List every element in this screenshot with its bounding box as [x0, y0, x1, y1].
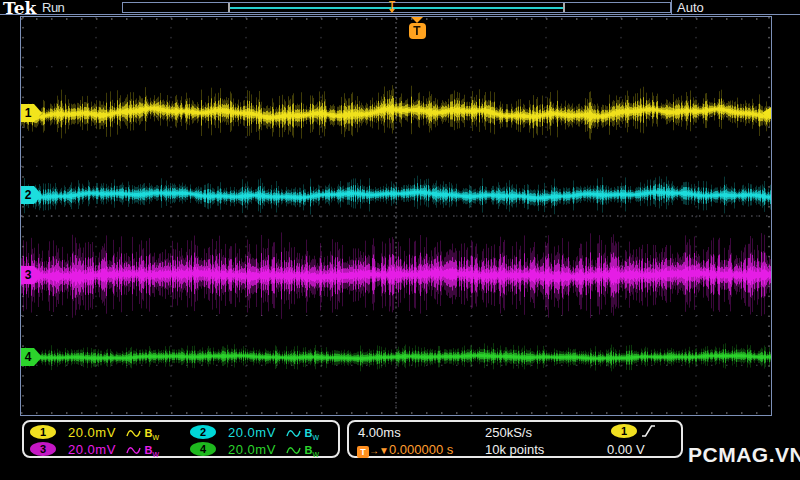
- channel-readout-box: 120.0mV Bw 220.0mV Bw 320.0mV Bw 420.0mV…: [22, 420, 340, 458]
- channel-1-scale: 20.0mV: [68, 425, 116, 440]
- down-marker-icon: ▼: [379, 445, 389, 456]
- run-status: Run: [42, 0, 64, 15]
- channel-4-coupling: Bw: [286, 442, 319, 459]
- channel-4-readout[interactable]: 420.0mV Bw: [190, 442, 319, 457]
- channel-4-scale: 20.0mV: [228, 442, 276, 457]
- channel-4-badge: 4: [190, 442, 216, 456]
- channel-2-scale: 20.0mV: [228, 425, 276, 440]
- trigger-t-icon: T: [409, 23, 426, 39]
- trigger-level-value[interactable]: 0.00 V: [607, 442, 645, 457]
- topbar-divider: [671, 0, 672, 14]
- rising-edge-icon: [641, 424, 656, 439]
- trigger-position-readout[interactable]: T→▼0.000000 s: [357, 442, 453, 457]
- channel-3-scale: 20.0mV: [68, 442, 116, 457]
- trigger-source-badge: 1: [611, 424, 637, 438]
- channel-3-badge: 3: [30, 442, 56, 456]
- top-status-bar: Tek Run T Auto: [0, 0, 800, 15]
- sine-wave-icon: [126, 429, 141, 438]
- trigger-t-icon: T: [357, 446, 369, 458]
- waveform-canvas: [21, 17, 771, 415]
- oscilloscope-screen: Tek Run T Auto T 1 2 3 4 120.0mV B: [0, 0, 800, 480]
- channel-3-coupling: Bw: [126, 442, 159, 459]
- trigger-level-arrow[interactable]: [762, 107, 771, 119]
- horizontal-trigger-readout-box: 4.00ms 250kS/s 1 T→▼0.000000 s 10k point…: [347, 420, 683, 458]
- trigger-mode-label[interactable]: Auto: [677, 0, 704, 15]
- arrow-right-icon: →: [369, 445, 379, 456]
- channel-1-badge: 1: [30, 425, 56, 439]
- watermark: PCMAG.VN: [688, 443, 800, 467]
- channel-2-readout[interactable]: 220.0mV Bw: [190, 425, 319, 440]
- timebase-scale[interactable]: 4.00ms: [358, 425, 401, 440]
- sine-wave-icon: [126, 446, 141, 455]
- trigger-time-value: 0.000000 s: [389, 442, 453, 457]
- sample-rate: 250kS/s: [485, 425, 532, 440]
- acquisition-window-right-bracket: [563, 3, 565, 12]
- channel-1-coupling: Bw: [126, 425, 159, 442]
- sine-wave-icon: [286, 446, 301, 455]
- trigger-source-readout[interactable]: 1: [611, 424, 656, 439]
- channel-2-badge: 2: [190, 425, 216, 439]
- acquisition-preview-bar[interactable]: T: [122, 2, 671, 13]
- record-length: 10k points: [485, 442, 544, 457]
- trigger-position-indicator[interactable]: T: [396, 17, 438, 39]
- sine-wave-icon: [286, 429, 301, 438]
- trigger-position-marker-minibar[interactable]: T: [386, 1, 398, 13]
- channel-1-readout[interactable]: 120.0mV Bw: [30, 425, 159, 440]
- graticule-display-area: T 1 2 3 4: [20, 16, 772, 416]
- channel-3-readout[interactable]: 320.0mV Bw: [30, 442, 159, 457]
- acquisition-window-left-bracket: [228, 3, 230, 12]
- channel-2-coupling: Bw: [286, 425, 319, 442]
